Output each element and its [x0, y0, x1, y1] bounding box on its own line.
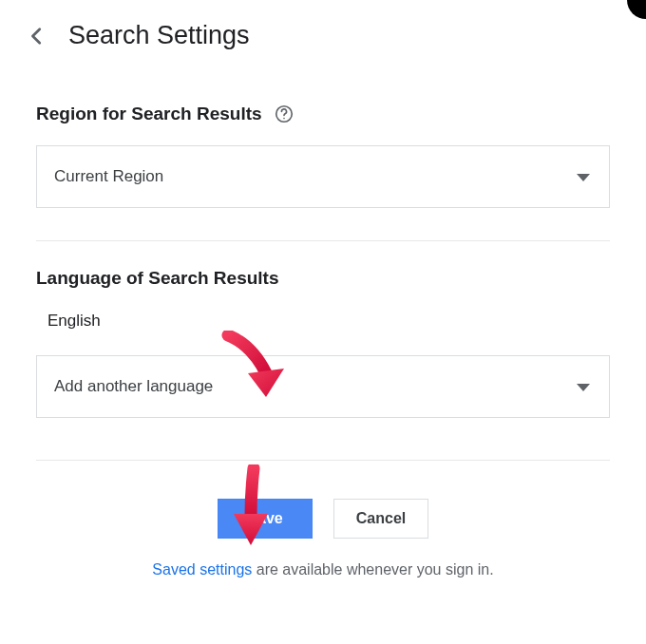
chevron-down-icon [577, 167, 590, 186]
language-section: Language of Search Results English Add a… [0, 268, 646, 461]
divider [36, 240, 610, 241]
language-heading: Language of Search Results [36, 268, 279, 289]
footer-note: Saved settings are available whenever yo… [0, 561, 646, 578]
button-row: Save Cancel [0, 499, 646, 539]
svg-marker-2 [577, 174, 590, 181]
region-heading-row: Region for Search Results [36, 104, 610, 124]
chevron-down-icon [577, 377, 590, 396]
header-bar: Search Settings [0, 0, 646, 67]
region-section: Region for Search Results Current Region [0, 104, 646, 241]
language-current: English [36, 312, 610, 331]
save-button[interactable]: Save [218, 499, 313, 539]
region-select-value: Current Region [54, 167, 163, 186]
language-heading-row: Language of Search Results [36, 268, 610, 289]
region-heading: Region for Search Results [36, 104, 262, 124]
svg-point-1 [283, 118, 285, 120]
footer-rest: are available whenever you sign in. [252, 561, 493, 578]
add-language-select[interactable]: Add another language [36, 355, 610, 418]
cancel-button[interactable]: Cancel [333, 499, 428, 539]
help-icon[interactable] [274, 104, 294, 124]
svg-marker-3 [577, 384, 590, 391]
page-title: Search Settings [68, 21, 250, 50]
add-language-label: Add another language [54, 377, 213, 396]
saved-settings-link[interactable]: Saved settings [152, 561, 252, 578]
divider [36, 460, 610, 461]
back-chevron-icon[interactable] [27, 26, 48, 47]
region-select[interactable]: Current Region [36, 145, 610, 208]
